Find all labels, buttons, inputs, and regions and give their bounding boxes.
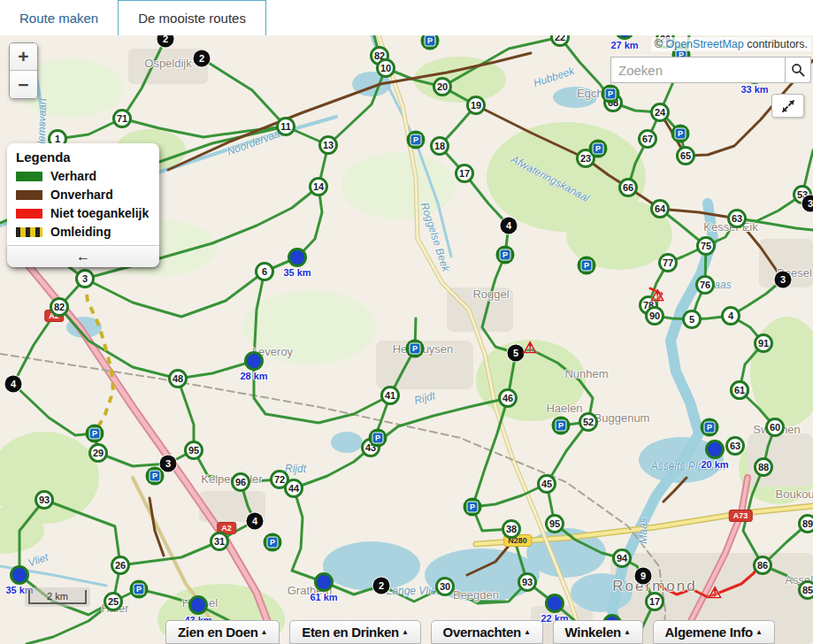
junction-marker[interactable]: 25 — [104, 592, 123, 611]
numbered-poi-marker[interactable]: 9 — [635, 568, 652, 585]
numbered-poi-marker[interactable]: 2 — [373, 578, 390, 594]
numbered-poi-marker[interactable]: 3 — [775, 272, 792, 288]
junction-marker[interactable]: 82 — [50, 297, 69, 317]
search-button[interactable] — [786, 57, 811, 83]
warning-icon[interactable]: ⚠ — [650, 288, 664, 303]
menu-button-overnachten[interactable]: Overnachten▲ — [431, 620, 543, 644]
numbered-poi-marker[interactable]: 3 — [802, 196, 813, 212]
junction-marker[interactable]: 48 — [168, 369, 188, 388]
junction-marker[interactable]: 17 — [645, 592, 664, 611]
junction-marker[interactable]: 67 — [638, 129, 657, 149]
zoom-in-button[interactable]: + — [10, 43, 37, 71]
menu-button-algemene-info[interactable]: Algemene Info▲ — [653, 620, 775, 644]
route-start-marker[interactable]: 61 km — [314, 572, 334, 592]
parking-marker[interactable]: P — [264, 533, 282, 552]
parking-marker[interactable]: P — [578, 257, 596, 275]
legend-collapse-button[interactable]: ← — [7, 245, 159, 267]
junction-marker[interactable]: 66 — [618, 178, 638, 197]
numbered-poi-marker[interactable]: 2 — [194, 50, 211, 67]
junction-marker[interactable]: 93 — [35, 490, 54, 510]
junction-marker[interactable]: 71 — [112, 109, 132, 128]
junction-marker[interactable]: 3 — [75, 269, 95, 288]
route-start-marker[interactable]: 35 km — [288, 248, 307, 267]
numbered-poi-marker[interactable]: 4 — [501, 218, 518, 234]
parking-marker[interactable]: P — [464, 498, 482, 517]
junction-marker[interactable]: 44 — [284, 479, 303, 498]
junction-marker[interactable]: 17 — [455, 164, 474, 183]
junction-marker[interactable]: 89 — [798, 514, 813, 533]
junction-marker[interactable]: 18 — [430, 136, 449, 156]
junction-marker[interactable]: 61 — [730, 380, 749, 400]
tab-route-maken[interactable]: Route maken — [0, 0, 118, 35]
parking-marker[interactable]: P — [421, 35, 440, 50]
junction-marker[interactable]: 95 — [545, 514, 564, 533]
search-input[interactable] — [610, 57, 786, 83]
numbered-poi-marker[interactable]: 4 — [247, 513, 264, 530]
junction-marker[interactable]: 14 — [309, 177, 328, 196]
junction-marker[interactable]: 5 — [682, 310, 702, 329]
junction-marker[interactable]: 96 — [231, 472, 250, 492]
route-start-marker[interactable]: 20 km — [705, 440, 725, 459]
junction-marker[interactable]: 52 — [579, 412, 598, 432]
parking-marker[interactable]: P — [130, 580, 149, 599]
junction-marker[interactable]: 65 — [676, 146, 695, 165]
junction-marker[interactable]: 95 — [184, 441, 203, 460]
junction-marker[interactable]: 26 — [111, 556, 130, 575]
tab-de-mooiste-routes[interactable]: De mooiste routes — [118, 0, 266, 35]
junction-marker[interactable]: 60 — [765, 418, 785, 437]
numbered-poi-marker[interactable]: 2 — [157, 35, 174, 48]
junction-marker[interactable]: 29 — [88, 443, 108, 463]
parking-marker[interactable]: P — [589, 140, 608, 158]
parking-marker[interactable]: P — [602, 85, 620, 104]
route-start-marker[interactable]: 22 km — [545, 594, 564, 613]
junction-marker[interactable]: 22 — [550, 35, 570, 47]
openstreetmap-link[interactable]: OpenStreetMap — [665, 38, 743, 50]
junction-marker[interactable]: 93 — [518, 572, 537, 592]
parking-marker[interactable]: P — [406, 340, 425, 358]
junction-marker[interactable]: 19 — [466, 96, 486, 115]
junction-marker[interactable]: 30 — [435, 577, 455, 596]
junction-marker[interactable]: 63 — [727, 209, 747, 228]
junction-marker[interactable]: 20 — [433, 77, 452, 96]
junction-marker[interactable]: 38 — [502, 519, 521, 539]
junction-marker[interactable]: 41 — [380, 386, 400, 405]
junction-marker[interactable]: 90 — [645, 306, 664, 326]
map-canvas[interactable]: OspeldijkRoggelHeythuysenNunhemHaelenBug… — [0, 35, 813, 644]
junction-marker[interactable]: 10 — [376, 58, 395, 78]
junction-marker[interactable]: 31 — [210, 532, 229, 551]
junction-marker[interactable]: 64 — [650, 199, 670, 218]
menu-button-eten-en-drinken[interactable]: Eten en Drinken▲ — [289, 620, 420, 644]
numbered-poi-marker[interactable]: 3 — [160, 456, 177, 472]
menu-button-winkelen[interactable]: Winkelen▲ — [553, 620, 643, 644]
junction-marker[interactable]: 88 — [754, 457, 773, 477]
route-start-marker[interactable]: 27 km — [615, 35, 634, 40]
warning-icon[interactable]: ⚠ — [708, 585, 722, 601]
parking-marker[interactable]: P — [496, 246, 515, 264]
junction-marker[interactable]: 76 — [695, 275, 715, 295]
parking-marker[interactable]: P — [552, 417, 571, 435]
junction-marker[interactable]: 91 — [754, 334, 773, 353]
junction-marker[interactable]: 45 — [537, 474, 556, 494]
junction-marker[interactable]: 75 — [696, 236, 716, 256]
parking-marker[interactable]: P — [369, 429, 387, 448]
junction-marker[interactable]: 86 — [753, 556, 772, 575]
parking-marker[interactable]: P — [407, 131, 426, 150]
junction-marker[interactable]: 24 — [650, 103, 670, 122]
parking-marker[interactable]: P — [701, 418, 719, 437]
junction-marker[interactable]: 63 — [725, 436, 745, 456]
parking-marker[interactable]: P — [671, 125, 690, 143]
warning-icon[interactable]: ⚠ — [523, 340, 537, 356]
parking-marker[interactable]: P — [86, 425, 104, 443]
junction-marker[interactable]: 4 — [721, 306, 740, 326]
junction-marker[interactable]: 46 — [498, 388, 518, 408]
junction-marker[interactable]: 85 — [798, 580, 813, 600]
junction-marker[interactable]: 13 — [318, 135, 338, 155]
junction-marker[interactable]: 94 — [612, 548, 632, 568]
menu-button-zien-en-doen[interactable]: Zien en Doen▲ — [165, 620, 280, 644]
numbered-poi-marker[interactable]: 5 — [508, 345, 525, 362]
route-start-marker[interactable]: 35 km — [10, 565, 29, 585]
junction-marker[interactable]: 11 — [276, 117, 295, 136]
junction-marker[interactable]: 77 — [658, 253, 678, 272]
numbered-poi-marker[interactable]: 4 — [5, 376, 22, 393]
route-start-marker[interactable]: 43 km — [188, 595, 208, 615]
